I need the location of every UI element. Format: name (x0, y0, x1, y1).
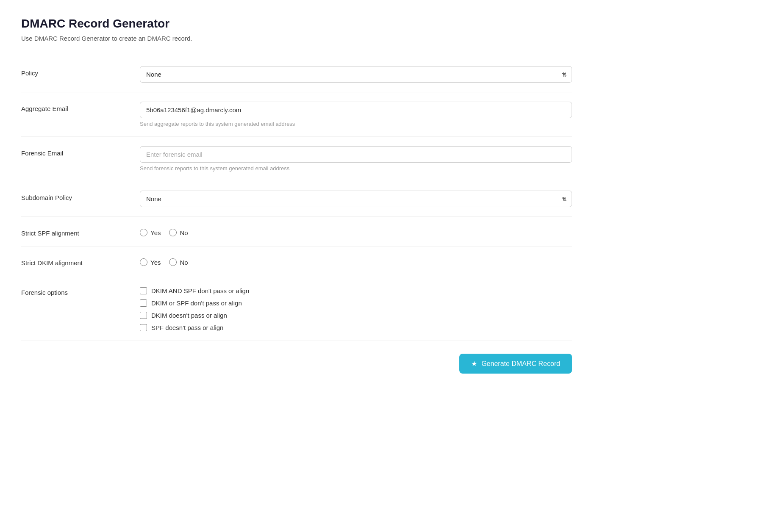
strict-spf-yes-label[interactable]: Yes (140, 229, 161, 236)
aggregate-email-row: Aggregate Email Send aggregate reports t… (21, 92, 572, 137)
forensic-options-control: DKIM AND SPF don't pass or align DKIM or… (140, 285, 572, 331)
policy-label: Policy (21, 66, 140, 77)
strict-dkim-row: Strict DKIM alignment Yes No (21, 247, 572, 276)
strict-dkim-yes-label[interactable]: Yes (140, 258, 161, 266)
forensic-option-s-text: SPF doesn't pass or align (151, 324, 223, 331)
strict-dkim-label: Strict DKIM alignment (21, 256, 140, 266)
policy-select-wrapper: None Quarantine Reject (140, 66, 572, 83)
aggregate-email-label: Aggregate Email (21, 102, 140, 112)
policy-row: Policy None Quarantine Reject (21, 57, 572, 92)
strict-dkim-radio-group: Yes No (140, 256, 572, 266)
star-icon: ★ (471, 360, 477, 368)
forensic-option-1-label[interactable]: DKIM or SPF don't pass or align (140, 299, 572, 307)
strict-spf-yes-text: Yes (150, 229, 161, 236)
forensic-email-row: Forensic Email Send forensic reports to … (21, 137, 572, 181)
strict-spf-no-label[interactable]: No (169, 229, 188, 236)
subdomain-policy-row: Subdomain Policy None Quarantine Reject (21, 181, 572, 217)
subdomain-policy-control: None Quarantine Reject (140, 191, 572, 207)
form-container: Policy None Quarantine Reject Aggregate … (21, 57, 572, 374)
forensic-options-label: Forensic options (21, 285, 140, 296)
forensic-option-s-checkbox[interactable] (140, 324, 147, 331)
forensic-option-1-checkbox[interactable] (140, 299, 147, 307)
aggregate-email-input[interactable] (140, 102, 572, 118)
strict-dkim-control: Yes No (140, 256, 572, 266)
subdomain-policy-select[interactable]: None Quarantine Reject (140, 191, 572, 207)
forensic-option-d-text: DKIM doesn't pass or align (151, 312, 227, 319)
forensic-option-d-checkbox[interactable] (140, 312, 147, 319)
strict-dkim-no-label[interactable]: No (169, 258, 188, 266)
footer-row: ★ Generate DMARC Record (21, 341, 572, 374)
forensic-option-1-text: DKIM or SPF don't pass or align (151, 299, 242, 307)
forensic-option-d-label[interactable]: DKIM doesn't pass or align (140, 312, 572, 319)
forensic-option-0-label[interactable]: DKIM AND SPF don't pass or align (140, 287, 572, 294)
strict-spf-no-radio[interactable] (169, 229, 177, 236)
generate-button[interactable]: ★ Generate DMARC Record (459, 354, 572, 374)
strict-dkim-yes-text: Yes (150, 259, 161, 266)
policy-control: None Quarantine Reject (140, 66, 572, 83)
strict-spf-row: Strict SPF alignment Yes No (21, 217, 572, 247)
forensic-email-control: Send forensic reports to this system gen… (140, 146, 572, 172)
strict-dkim-no-radio[interactable] (169, 258, 177, 266)
forensic-email-label: Forensic Email (21, 146, 140, 157)
generate-button-label: Generate DMARC Record (481, 360, 560, 368)
forensic-options-checkbox-group: DKIM AND SPF don't pass or align DKIM or… (140, 285, 572, 331)
strict-spf-control: Yes No (140, 226, 572, 236)
aggregate-email-control: Send aggregate reports to this system ge… (140, 102, 572, 127)
aggregate-email-hint: Send aggregate reports to this system ge… (140, 121, 572, 127)
strict-spf-label: Strict SPF alignment (21, 226, 140, 237)
forensic-option-s-label[interactable]: SPF doesn't pass or align (140, 324, 572, 331)
page-subtitle: Use DMARC Record Generator to create an … (21, 35, 751, 42)
forensic-email-hint: Send forensic reports to this system gen… (140, 165, 572, 172)
strict-dkim-no-text: No (180, 259, 188, 266)
strict-spf-radio-group: Yes No (140, 226, 572, 236)
forensic-option-0-text: DKIM AND SPF don't pass or align (151, 287, 249, 294)
forensic-email-input[interactable] (140, 146, 572, 163)
strict-dkim-yes-radio[interactable] (140, 258, 147, 266)
subdomain-policy-select-wrapper: None Quarantine Reject (140, 191, 572, 207)
page-title: DMARC Record Generator (21, 17, 751, 30)
forensic-option-0-checkbox[interactable] (140, 287, 147, 294)
subdomain-policy-label: Subdomain Policy (21, 191, 140, 201)
strict-spf-no-text: No (180, 229, 188, 236)
policy-select[interactable]: None Quarantine Reject (140, 66, 572, 83)
forensic-options-row: Forensic options DKIM AND SPF don't pass… (21, 276, 572, 341)
strict-spf-yes-radio[interactable] (140, 229, 147, 236)
